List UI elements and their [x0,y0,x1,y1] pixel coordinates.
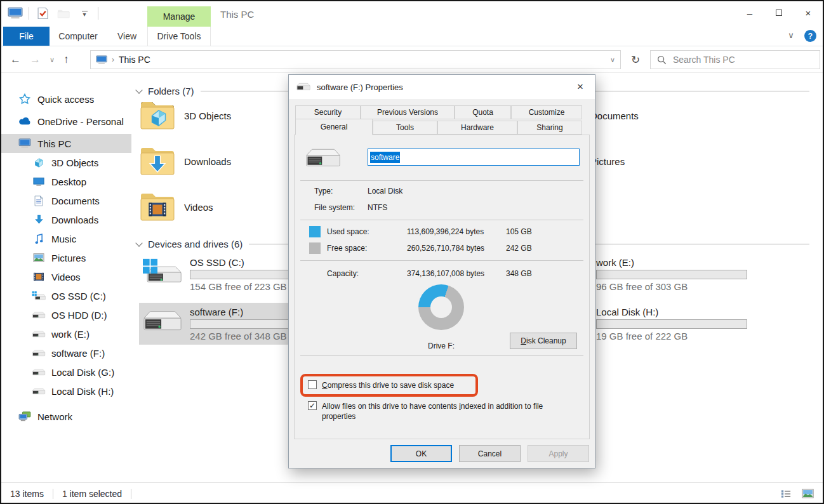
minimize-button[interactable]: – [735,1,764,24]
tab-quota[interactable]: Quota [455,105,511,119]
customize-qat-dropdown-icon[interactable]: ▾ [77,5,92,22]
sidebar-item-documents[interactable]: Documents [1,191,131,210]
sidebar-item-pictures[interactable]: Pictures [1,248,131,267]
this-pc-icon[interactable] [8,5,23,22]
close-button[interactable]: × [794,1,823,24]
tab-previous-versions[interactable]: Previous Versions [361,105,455,119]
sidebar-item-this-pc[interactable]: This PC [1,134,131,153]
apply-button[interactable]: Apply [528,445,589,462]
large-icons-view-icon[interactable] [802,489,814,498]
ribbon-tab-row: File Computer View Drive Tools ∨ ? [1,27,823,46]
filesystem-value: NTFS [368,203,387,212]
item-count: 13 items [10,489,44,499]
forward-button[interactable]: → [30,53,41,66]
sidebar-item-videos[interactable]: Videos [1,267,131,286]
drive-name: Local Disk (H:) [596,307,747,317]
back-button[interactable]: ← [10,53,21,66]
button-label: D [521,336,526,345]
drive-name: work (E:) [596,257,747,268]
maximize-icon [776,10,782,16]
refresh-button[interactable]: ↻ [626,50,645,69]
view-toggles [781,489,814,498]
dialog-close-button[interactable]: × [572,79,588,95]
tab-sharing[interactable]: Sharing [517,121,582,135]
disk-usage-donut-chart [418,284,464,330]
sidebar-item-label: Desktop [51,176,86,187]
manage-contextual-tab[interactable]: Manage [147,6,211,27]
sidebar-item-work-e[interactable]: work (E:) [1,324,131,343]
picture-icon [32,253,46,262]
capacity-label: Capacity: [327,269,359,278]
sidebar-item-os-hdd-d[interactable]: OS HDD (D:) [1,305,131,324]
properties-dialog: software (F:) Properties × Security Prev… [288,74,595,468]
tab-hardware[interactable]: Hardware [437,121,517,135]
volume-label-input[interactable]: software [368,149,580,166]
sidebar-item-downloads[interactable]: Downloads [1,210,131,229]
folder-icon [139,190,176,224]
search-icon [657,55,667,65]
title-bar: ▾ Manage This PC – × [1,1,823,27]
divider [98,7,98,20]
index-checkbox-label[interactable]: Allow files on this drive to have conten… [322,401,576,421]
sidebar-item-3d-objects[interactable]: 3D Objects [1,153,131,172]
sidebar-item-local-disk-h[interactable]: Local Disk (H:) [1,381,131,401]
divider [53,489,53,499]
used-space-gb: 105 GB [506,227,532,236]
dropdown-glyph: ▾ [83,13,86,16]
up-button[interactable]: ↑ [63,53,69,66]
address-dropdown-chevron[interactable]: ∨ [610,56,615,64]
sidebar-item-desktop[interactable]: Desktop [1,172,131,191]
tab-computer[interactable]: Computer [50,27,107,46]
properties-icon[interactable] [35,5,50,22]
quick-access-toolbar: ▾ [8,5,98,22]
network-icon [18,411,32,421]
sidebar-item-label: 3D Objects [51,157,98,168]
button-label: isk Cleanup [526,336,566,345]
collapse-chevron-icon [135,86,142,93]
selection-count: 1 item selected [62,489,122,499]
disk-cleanup-button[interactable]: Disk Cleanup [510,333,577,349]
filesystem-label: File system: [314,203,355,212]
divider [300,180,583,181]
sidebar-item-label: OS HDD (D:) [51,310,107,321]
sidebar-item-os-ssd-c[interactable]: OS SSD (C:) [1,286,131,305]
sidebar-item-local-disk-g[interactable]: Local Disk (G:) [1,362,131,381]
document-icon [32,196,46,206]
sidebar-item-label: Music [51,234,76,244]
donut-caption: Drive F: [378,342,505,350]
tile-videos[interactable]: Videos [139,190,213,224]
tab-customize[interactable]: Customize [511,105,582,119]
index-checkbox[interactable]: ✓ [308,401,317,410]
ribbon-expand-chevron-icon[interactable]: ∨ [785,30,797,40]
breadcrumb-chevron[interactable]: › [112,55,114,64]
tile-3d-objects[interactable]: 3D Objects [139,98,231,133]
sidebar-item-onedrive[interactable]: OneDrive - Personal [1,112,131,131]
breadcrumb[interactable]: This PC [119,55,150,65]
folder-icon [139,98,176,133]
address-bar[interactable]: › This PC ∨ [90,50,621,69]
tab-drive-tools[interactable]: Drive Tools [147,27,211,46]
tile-downloads[interactable]: Downloads [139,144,231,178]
tab-security[interactable]: Security [295,105,361,119]
maximize-button[interactable] [764,1,794,24]
sidebar-item-music[interactable]: Music [1,229,131,248]
details-view-icon[interactable] [781,489,792,498]
help-button[interactable]: ? [804,30,816,42]
search-input[interactable]: Search This PC [650,50,820,69]
tab-view[interactable]: View [107,27,147,46]
new-folder-icon[interactable] [56,5,71,22]
search-placeholder: Search This PC [673,55,735,65]
recent-locations-chevron[interactable]: ∨ [50,56,55,64]
cancel-button[interactable]: Cancel [459,445,521,462]
divider [300,355,583,356]
tab-general[interactable]: General [295,119,373,135]
navigation-pane: Quick access OneDrive - Personal This PC… [1,73,131,482]
sidebar-item-software-f[interactable]: software (F:) [1,343,131,362]
download-arrow-overlay-icon [149,155,166,176]
tab-tools[interactable]: Tools [373,121,437,135]
ok-button[interactable]: OK [390,445,452,462]
sidebar-item-quick-access[interactable]: Quick access [1,90,131,109]
collapse-chevron-icon [135,239,142,246]
tab-file[interactable]: File [3,27,50,46]
sidebar-item-network[interactable]: Network [1,407,131,426]
